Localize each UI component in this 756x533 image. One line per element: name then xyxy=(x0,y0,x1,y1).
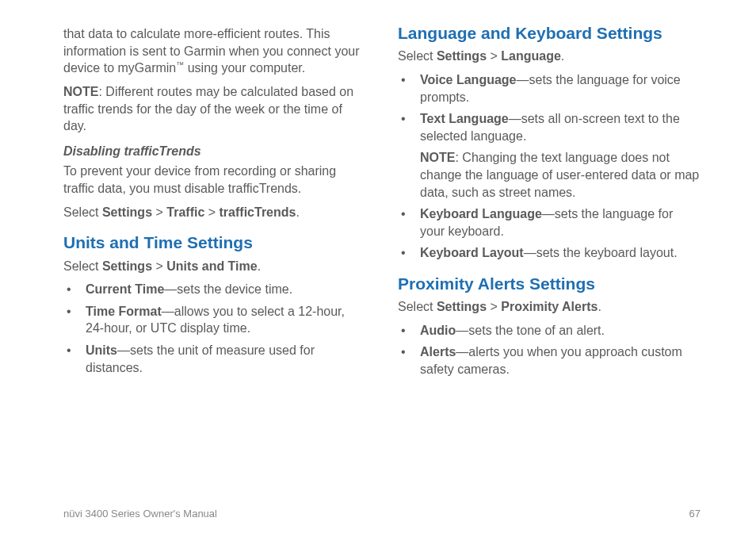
lang-list-b: Keyboard Language—sets the language for … xyxy=(398,205,701,262)
path-settings-p: Settings xyxy=(437,300,487,313)
list-item: Alerts—alerts you when you approach cust… xyxy=(398,343,701,378)
item-term: Text Language xyxy=(420,112,509,125)
page-body: that data to calculate more-efficient ro… xyxy=(0,0,756,508)
path-line-traffic: Select Settings > Traffic > trafficTrend… xyxy=(63,204,366,221)
period3: . xyxy=(561,49,564,63)
list-item: Audio—sets the tone of an alert. xyxy=(398,322,701,339)
item-term: Current Time xyxy=(86,282,164,296)
list-item: Time Format—allows you to select a 12-ho… xyxy=(63,303,366,337)
item-term: Voice Language xyxy=(420,73,517,86)
path-tt: trafficTrends xyxy=(220,205,296,219)
prox-list: Audio—sets the tone of an alert. Alerts—… xyxy=(398,322,701,378)
item-term: Keyboard Language xyxy=(420,207,542,220)
list-item: Units—sets the unit of measure used for … xyxy=(63,342,366,376)
sep5: > xyxy=(487,300,501,313)
lang-note: NOTE: Changing the text language does no… xyxy=(398,149,701,201)
path-settings-l: Settings xyxy=(437,49,487,63)
trademark: ™ xyxy=(176,60,184,69)
sep3: > xyxy=(152,259,166,273)
page-number: 67 xyxy=(689,508,701,520)
select-prefix-l: Select xyxy=(398,49,437,63)
lang-list: Voice Language—sets the language for voi… xyxy=(398,71,701,144)
lang-note-label: NOTE xyxy=(420,151,455,164)
note-paragraph: NOTE: Different routes may be calculated… xyxy=(63,83,366,135)
note-label: NOTE xyxy=(63,85,98,98)
list-item: Voice Language—sets the language for voi… xyxy=(398,71,701,105)
note-text: : Different routes may be calculated bas… xyxy=(63,85,353,132)
item-desc: —sets the unit of measure used for dista… xyxy=(86,343,315,374)
item-term: Units xyxy=(86,343,117,357)
list-item: Text Language—sets all on-screen text to… xyxy=(398,110,701,144)
path-line-units: Select Settings > Units and Time. xyxy=(63,258,366,275)
select-prefix-p: Select xyxy=(398,300,437,313)
item-desc: —sets the device time. xyxy=(164,282,292,296)
select-prefix-u: Select xyxy=(63,259,102,273)
item-desc: —alerts you when you approach custom saf… xyxy=(420,345,682,376)
path-line-prox: Select Settings > Proximity Alerts. xyxy=(398,298,701,316)
intro-paragraph: that data to calculate more-efficient ro… xyxy=(63,25,366,77)
footer-title: nüvi 3400 Series Owner's Manual xyxy=(63,508,217,520)
path-settings-u: Settings xyxy=(102,259,152,273)
subheading-disabling: Disabling trafficTrends xyxy=(63,143,366,160)
list-item: Keyboard Language—sets the language for … xyxy=(398,205,701,240)
path-line-lang: Select Settings > Language. xyxy=(398,48,701,65)
sep2: > xyxy=(204,205,219,219)
path-settings: Settings xyxy=(102,205,152,219)
sep1: > xyxy=(152,205,166,219)
heading-proximity: Proximity Alerts Settings xyxy=(398,273,701,295)
subheading-text: To prevent your device from recording or… xyxy=(63,163,366,197)
path-ut: Units and Time xyxy=(166,259,257,273)
list-item: Keyboard Layout—sets the keyboard layout… xyxy=(398,244,701,262)
item-desc: —sets the tone of an alert. xyxy=(456,324,605,337)
heading-lang-keyboard: Language and Keyboard Settings xyxy=(398,22,701,44)
period1: . xyxy=(296,205,299,219)
lang-note-text: : Changing the text language does not ch… xyxy=(420,151,699,198)
period2: . xyxy=(258,259,261,273)
intro-text-b: using your computer. xyxy=(184,62,305,75)
path-pa: Proximity Alerts xyxy=(501,300,598,313)
period4: . xyxy=(598,300,601,313)
list-item: Current Time—sets the device time. xyxy=(63,281,366,298)
path-traffic: Traffic xyxy=(166,205,204,219)
item-term: Alerts xyxy=(420,345,456,359)
right-column: Language and Keyboard Settings Select Se… xyxy=(398,22,701,476)
left-column: that data to calculate more-efficient ro… xyxy=(63,22,366,476)
item-term: Keyboard Layout xyxy=(420,246,524,259)
item-term: Audio xyxy=(420,324,456,337)
sep4: > xyxy=(487,49,501,63)
units-list: Current Time—sets the device time. Time … xyxy=(63,281,366,376)
item-term: Time Format xyxy=(86,305,162,318)
heading-units-time: Units and Time Settings xyxy=(63,232,366,254)
path-lang: Language xyxy=(501,49,561,63)
select-prefix: Select xyxy=(63,205,102,219)
item-desc: —sets the keyboard layout. xyxy=(524,246,678,259)
page-footer: nüvi 3400 Series Owner's Manual 67 xyxy=(0,508,756,520)
